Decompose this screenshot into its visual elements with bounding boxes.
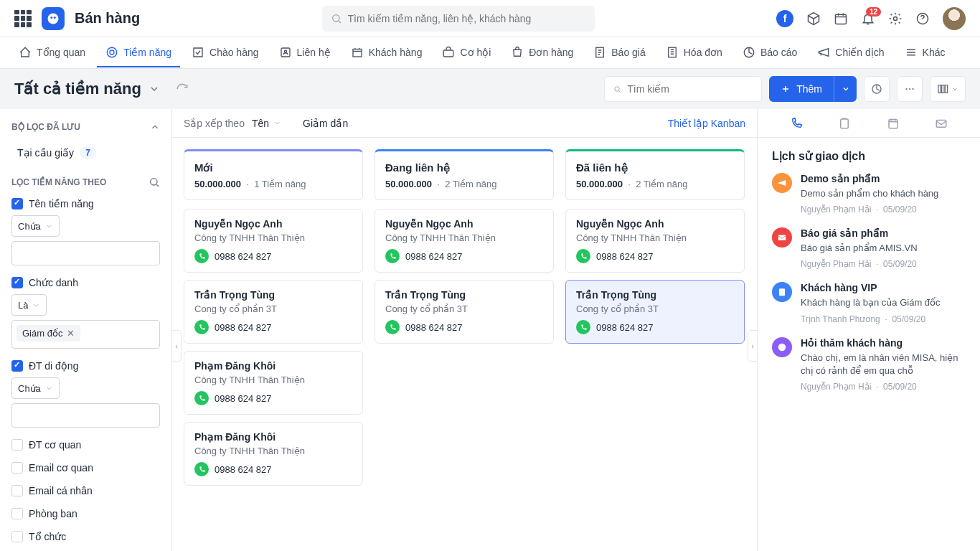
tab-mail[interactable]: [935, 117, 948, 130]
bell-icon[interactable]: 12: [861, 11, 875, 26]
collapse-right[interactable]: ›: [748, 330, 758, 362]
local-search[interactable]: [604, 76, 762, 102]
add-dropdown[interactable]: [834, 76, 857, 102]
local-search-input[interactable]: [627, 83, 753, 95]
chevron-down-icon[interactable]: [149, 83, 160, 95]
sort-direction[interactable]: Giảm dần: [303, 118, 348, 129]
filter-mobile-check[interactable]: [11, 360, 23, 372]
search-icon[interactable]: [149, 176, 160, 188]
saved-filter-title: BỘ LỌC ĐÃ LƯU: [11, 122, 80, 132]
filter-workphone-check[interactable]: [11, 439, 23, 451]
nav-customers[interactable]: Khách hàng: [342, 39, 431, 67]
filter-mobile-op[interactable]: Chứa: [11, 377, 60, 399]
tab-calendar[interactable]: [887, 117, 900, 130]
app-logo: [42, 7, 65, 30]
phone-icon: [194, 391, 209, 405]
filter-name-op[interactable]: Chứa: [11, 215, 60, 237]
svg-point-0: [48, 13, 59, 24]
nav-other[interactable]: Khác: [896, 39, 954, 67]
svg-rect-4: [836, 14, 847, 24]
history-icon: [772, 337, 792, 357]
phone-icon: [194, 320, 209, 334]
nav-quotes[interactable]: Báo giá: [585, 39, 654, 67]
history-icon: [772, 173, 792, 193]
filter-count: 7: [80, 146, 96, 159]
package-icon[interactable]: [806, 11, 821, 26]
tab-task[interactable]: [838, 117, 851, 130]
user-avatar[interactable]: [943, 7, 966, 30]
add-button[interactable]: Thêm: [769, 76, 834, 102]
svg-rect-12: [444, 50, 454, 57]
nav-contacts[interactable]: Liên hệ: [270, 39, 339, 67]
history-item[interactable]: Hỏi thăm khách hàngChào chị, em là nhân …: [772, 337, 966, 392]
nav-overview[interactable]: Tổng quan: [10, 39, 94, 67]
view-switch[interactable]: [930, 76, 966, 102]
global-search[interactable]: [322, 6, 595, 32]
nav-reports[interactable]: Báo cáo: [734, 39, 806, 67]
calendar-icon[interactable]: [834, 11, 848, 26]
lead-card[interactable]: Trần Trọng TùngCong ty cổ phần 3T0988 62…: [565, 280, 745, 344]
filter-title-tags[interactable]: Giám đốc✕: [11, 320, 160, 349]
tab-call[interactable]: [790, 117, 803, 130]
lead-card[interactable]: Nguyễn Ngọc AnhCông ty TNHH Thân Thiện09…: [184, 209, 363, 273]
filter-personalemail-check[interactable]: [11, 485, 23, 496]
history-item[interactable]: Khách hàng VIPKhách hàng là bạn của Giám…: [772, 282, 966, 324]
lead-card[interactable]: Nguyễn Ngọc AnhCông ty TNHH Thân Thiện09…: [374, 209, 554, 273]
facebook-icon[interactable]: f: [776, 10, 793, 27]
history-title: Lịch sử giao dịch: [772, 149, 966, 163]
svg-rect-11: [353, 49, 362, 57]
refresh-icon[interactable]: [176, 83, 189, 95]
filter-org-check[interactable]: [11, 531, 23, 542]
nav-invoices[interactable]: Hóa đơn: [657, 39, 731, 67]
filter-dept-check[interactable]: [11, 508, 23, 519]
lead-card[interactable]: Phạm Đăng KhôiCông ty TNHH Thân Thiện098…: [184, 422, 363, 486]
lead-card[interactable]: Phạm Đăng KhôiCông ty TNHH Thân Thiện098…: [184, 351, 363, 415]
filter-sidebar: BỘ LỌC ĐÃ LƯU Tại cầu giấy 7 LỌC TIỀM NĂ…: [0, 109, 172, 551]
saved-filter-item[interactable]: Tại cầu giấy 7: [11, 142, 160, 164]
sort-field[interactable]: Tên: [252, 118, 281, 129]
svg-rect-27: [937, 120, 947, 127]
nav-leads[interactable]: Tiềm năng: [97, 39, 180, 67]
svg-rect-26: [889, 119, 897, 128]
gear-icon[interactable]: [888, 11, 903, 26]
phone-icon: [576, 249, 590, 263]
svg-point-1: [50, 17, 52, 19]
phone-icon: [385, 320, 400, 334]
svg-point-20: [912, 88, 913, 90]
apps-menu-icon[interactable]: [14, 10, 32, 27]
filter-workemail-check[interactable]: [11, 462, 23, 474]
chart-button[interactable]: [864, 76, 890, 102]
page-title: Tất cả tiềm năng: [14, 80, 141, 98]
help-icon[interactable]: [915, 11, 930, 26]
lead-card[interactable]: Nguyễn Ngọc AnhCông ty TNHH Thân Thiện09…: [565, 209, 745, 273]
filter-mobile-input[interactable]: [11, 403, 160, 428]
filter-name-input[interactable]: [11, 241, 160, 265]
remove-tag-icon[interactable]: ✕: [67, 328, 75, 339]
chevron-up-icon[interactable]: [150, 122, 160, 132]
svg-rect-21: [938, 85, 941, 93]
collapse-left[interactable]: ‹: [171, 330, 182, 362]
nav-offers[interactable]: Chào hàng: [183, 39, 268, 67]
global-search-input[interactable]: [348, 13, 586, 24]
search-icon: [613, 84, 621, 95]
more-button[interactable]: [897, 76, 923, 102]
phone-icon: [194, 462, 209, 476]
history-icon: [772, 227, 792, 248]
filter-name-check[interactable]: [11, 198, 23, 209]
nav-orders[interactable]: Đơn hàng: [502, 39, 582, 67]
svg-point-5: [894, 17, 897, 20]
nav-campaigns[interactable]: Chiến dịch: [809, 39, 892, 67]
filter-title-op[interactable]: Là: [11, 294, 47, 316]
lead-card[interactable]: Trần Trọng TùngCong ty cổ phần 3T0988 62…: [374, 280, 554, 344]
svg-point-10: [284, 50, 286, 52]
history-item[interactable]: Demo sản phẩmDemo sản phẩm cho khách hàn…: [772, 173, 966, 215]
history-item[interactable]: Báo giá sản phẩmBáo giá sản phẩm AMIS.VN…: [772, 227, 966, 269]
svg-point-30: [778, 343, 786, 351]
lead-card[interactable]: Trần Trọng TùngCong ty cổ phần 3T0988 62…: [184, 280, 363, 344]
svg-rect-29: [779, 289, 785, 296]
kanban-setup-link[interactable]: Thiết lập Kanban: [668, 118, 745, 129]
svg-point-16: [615, 86, 619, 90]
nav-opportunities[interactable]: Cơ hội: [433, 39, 499, 67]
filter-title-check[interactable]: [11, 277, 23, 288]
app-title: Bán hàng: [75, 10, 140, 27]
